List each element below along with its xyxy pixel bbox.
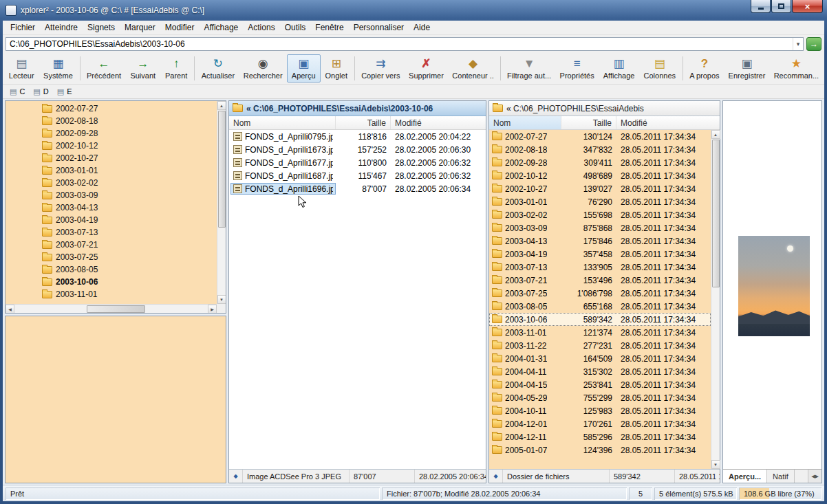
folder-row[interactable]: 2003-04-13 175'846 28.05.2011 17:34:34 [489,234,711,248]
folder-row[interactable]: 2003-11-22 277'231 28.05.2011 17:34:34 [489,339,711,352]
toolbar-button[interactable]: ✗ Supprimer [405,54,449,83]
tree-item[interactable]: 2003-07-13 [6,226,216,239]
toolbar-button[interactable] [354,56,355,80]
toolbar-button[interactable]: ◆ Conteneur .. [448,54,498,83]
tree-item[interactable]: 2002-08-18 [6,115,216,127]
folder-row[interactable]: 2004-01-31 164'509 28.05.2011 17:34:34 [489,352,711,365]
menu-item[interactable]: Marquer [120,21,160,34]
folder-row[interactable]: 2002-09-28 309'411 28.05.2011 17:34:34 [489,156,711,169]
folder-row[interactable]: 2002-08-18 347'832 28.05.2011 17:34:34 [489,143,711,156]
address-input[interactable] [6,39,793,49]
column-header-modifie[interactable]: Modifié [391,116,486,129]
tab-natif[interactable]: Natif [767,470,795,483]
toolbar-button[interactable] [194,56,195,80]
tree-item[interactable]: 2002-09-28 [6,127,216,140]
file-row[interactable]: FONDS_d_Aprilli1673.jpg 157'252 28.02.20… [229,143,486,156]
folder-row[interactable]: 2005-01-07 124'396 28.05.2011 17:34:34 [489,443,711,457]
folder-row[interactable]: 2003-01-01 76'290 28.05.2011 17:34:34 [489,195,711,208]
folder-row[interactable]: 2002-10-12 498'689 28.05.2011 17:34:34 [489,169,711,182]
file-row[interactable]: FONDS_d_Aprilli1687.jpg 115'467 28.02.20… [229,169,486,182]
scroll-down-icon[interactable]: ▼ [217,295,226,304]
tree-horizontal-scrollbar[interactable]: ◀ ▶ [6,304,217,313]
scroll-right-icon[interactable]: ▶ [208,305,217,314]
menu-item[interactable]: Fenêtre [310,21,348,34]
toolbar-button[interactable]: ▣ Aperçu [287,54,321,83]
toolbar-button[interactable]: ≡ Propriétés [555,54,599,83]
menu-item[interactable]: Personnaliser [349,21,409,34]
folder-row[interactable]: 2003-03-09 875'868 28.05.2011 17:34:34 [489,221,711,234]
drive-button[interactable]: ▤ C [6,87,28,97]
column-header-nom[interactable]: Nom [229,116,336,129]
folder-row[interactable]: 2003-07-21 153'496 28.05.2011 17:34:34 [489,274,711,287]
scroll-down-icon[interactable]: ▼ [711,460,720,469]
column-header-taille[interactable]: Taille [561,116,616,129]
column-header-nom[interactable]: Nom [489,116,561,129]
toolbar-button[interactable] [500,56,501,80]
scroll-up-icon[interactable]: ▲ [217,101,226,110]
toolbar-button[interactable]: ↻ Actualiser [197,54,239,83]
scroll-thumb[interactable] [712,140,720,287]
drive-button[interactable]: ▤ D [30,87,52,97]
tree-item[interactable]: 2003-07-21 [6,239,216,251]
tab-apercu[interactable]: Aperçu... [723,470,767,483]
tree-item[interactable]: 2003-03-09 [6,189,216,201]
toolbar-button[interactable]: ▦ Système [39,54,77,83]
tree-item[interactable]: 2002-10-27 [6,152,216,164]
titlebar[interactable]: xplorer² - 2003-10-06 @ C:\ # [EssaiAdeb… [0,0,827,21]
toolbar-button[interactable]: ★ Recomman... [770,54,823,83]
folder-row[interactable]: 2002-07-27 130'124 28.05.2011 17:34:34 [489,130,711,143]
tree-item[interactable]: 2002-07-27 [6,102,216,115]
inactive-pane-header[interactable]: « C:\06_PHOTOPHILES\EssaiAdebis [489,101,720,116]
tree-item[interactable]: 2003-04-19 [6,214,216,226]
folder-row[interactable]: 2004-05-29 755'299 28.05.2011 17:34:34 [489,391,711,404]
close-button[interactable]: × [792,0,823,13]
column-header-taille[interactable]: Taille [336,116,391,129]
menu-item[interactable]: Aide [409,21,435,34]
file-row[interactable]: FONDS_d_Aprilli1696.jpg 87'007 28.02.200… [229,182,486,195]
active-pane-header[interactable]: « C:\06_PHOTOPHILES\EssaiAdebis\2003-10-… [229,101,486,116]
menu-item[interactable]: Affichage [199,21,243,34]
file-name-cell[interactable]: FONDS_d_Aprilli1677.jpg [230,157,336,168]
toolbar-button[interactable]: ▣ Enregistrer [724,54,769,83]
folder-row[interactable]: 2004-10-11 125'983 28.05.2011 17:34:34 [489,404,711,417]
tree-item[interactable]: 2003-10-06 [6,276,216,288]
folder-row[interactable]: 2003-08-05 655'168 28.05.2011 17:34:34 [489,300,711,313]
tab-scroll-buttons[interactable]: ◀▶ [808,470,821,483]
scroll-thumb[interactable] [87,305,145,313]
folder-row[interactable]: 2003-02-02 155'698 28.05.2011 17:34:34 [489,208,711,221]
column-header-modifie[interactable]: Modifié [616,116,720,129]
menu-item[interactable]: Outils [280,21,311,34]
menu-item[interactable]: Signets [83,21,120,34]
toolbar-button[interactable]: ⊞ Onglet [321,54,352,83]
toolbar-button[interactable]: ↑ Parent [160,54,192,83]
tree-item[interactable]: 2003-01-01 [6,164,216,177]
folder-row[interactable]: 2003-07-13 133'905 28.05.2011 17:34:34 [489,261,711,274]
menu-item[interactable]: Modifier [160,21,200,34]
tree-vertical-scrollbar[interactable]: ▲ ▼ [217,101,226,304]
file-name-cell[interactable]: FONDS_d_Aprilli0795.jpg [230,131,336,142]
tree-item[interactable]: 2003-08-05 [6,263,216,276]
toolbar-button[interactable]: ◉ Rechercher [239,54,287,83]
folder-row[interactable]: 2004-12-11 585'296 28.05.2011 17:34:34 [489,430,711,443]
toolbar-button[interactable] [80,56,80,80]
tree-item[interactable]: 2003-04-13 [6,201,216,214]
folder-row[interactable]: 2003-07-25 1'086'798 28.05.2011 17:34:34 [489,287,711,300]
toolbar-button[interactable]: ▤ Colonnes [639,54,680,83]
folder-row[interactable]: 2003-10-06 589'342 28.05.2011 17:34:34 [489,313,711,326]
scroll-thumb[interactable] [218,111,226,228]
file-name-cell[interactable]: FONDS_d_Aprilli1696.jpg [230,183,336,195]
tree-item[interactable]: 2003-02-02 [6,177,216,189]
menu-item[interactable]: Atteindre [40,21,83,34]
folder-row[interactable]: 2004-12-01 170'261 28.05.2011 17:34:34 [489,417,711,430]
folder-row[interactable]: 2003-11-01 121'374 28.05.2011 17:34:34 [489,326,711,339]
tree-item[interactable]: 2003-11-01 [6,288,216,300]
toolbar-button[interactable]: ▼ Filtrage aut... [503,54,555,83]
file-name-cell[interactable]: FONDS_d_Aprilli1687.jpg [230,170,336,182]
address-dropdown-icon[interactable]: ▾ [793,38,803,50]
toolbar-button[interactable]: ▤ Lecteur [4,54,39,83]
maximize-button[interactable] [771,0,791,13]
toolbar-button[interactable]: → Suivant [126,54,160,83]
minimize-button[interactable] [751,0,771,13]
toolbar-button[interactable]: ⇉ Copier vers [357,54,405,83]
toolbar-button[interactable]: ▥ Affichage [599,54,639,83]
